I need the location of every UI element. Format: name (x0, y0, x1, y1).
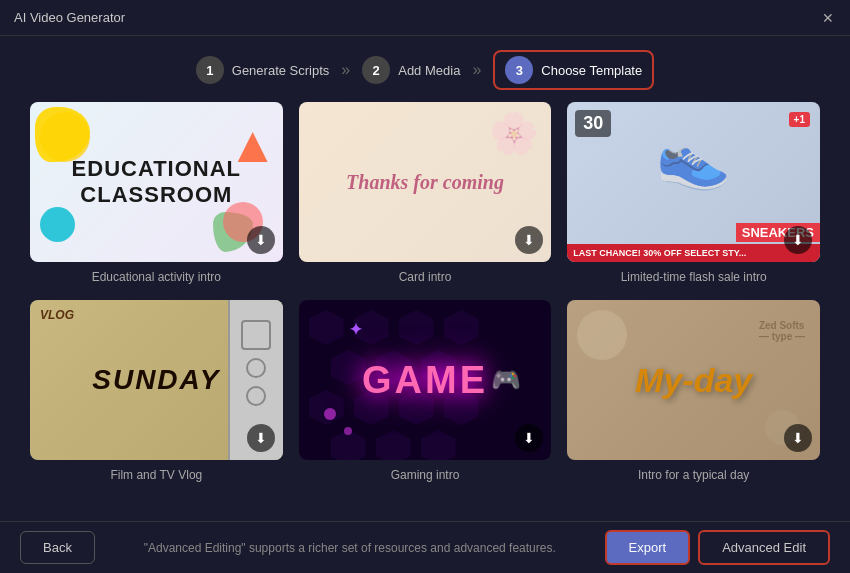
vlog-text: SUNDAY (92, 364, 220, 396)
template-thumb-myday[interactable]: Zed Softs— type — My-day ⬇ (567, 300, 820, 460)
step-1-circle: 1 (196, 56, 224, 84)
edu-blob-yellow (35, 107, 90, 162)
myday-detail: Zed Softs— type — (759, 320, 805, 342)
step-1: 1 Generate Scripts (196, 56, 330, 84)
template-thumb-vlog[interactable]: VLOG SUNDAY ⬇ (30, 300, 283, 460)
step-1-label: Generate Scripts (232, 63, 330, 78)
window-title: AI Video Generator (14, 10, 125, 25)
vlog-download-icon[interactable]: ⬇ (247, 424, 275, 452)
flash-sub: LAST CHANCE! 30% OFF SELECT STY... (567, 244, 820, 262)
template-thumb-gaming[interactable]: ✦ GAME 🎮 ⬇ (299, 300, 552, 460)
template-educational[interactable]: EDUCATIONAL CLASSROOM ⬇ Educational acti… (30, 102, 283, 284)
step-3-active-box: 3 Choose Template (493, 50, 654, 90)
template-vlog[interactable]: VLOG SUNDAY ⬇ Film and TV Vlog (30, 300, 283, 482)
purple-dot1 (324, 408, 336, 420)
template-myday[interactable]: Zed Softs— type — My-day ⬇ Intro for a t… (567, 300, 820, 482)
tv-knob2 (246, 386, 266, 406)
tv-screen (241, 320, 271, 350)
myday-text: My-day (635, 361, 752, 400)
myday-label: Intro for a typical day (638, 468, 749, 482)
sparkle: ✦ (349, 320, 362, 339)
steps-bar: 1 Generate Scripts » 2 Add Media » 3 Cho… (0, 36, 850, 102)
template-thumb-flash[interactable]: 30 👟 +1 SNEAKERS LAST CHANCE! 30% OFF SE… (567, 102, 820, 262)
step-3-circle: 3 (505, 56, 533, 84)
title-bar: AI Video Generator ✕ (0, 0, 850, 36)
edu-text: EDUCATIONAL CLASSROOM (30, 156, 283, 209)
myday-download-icon[interactable]: ⬇ (784, 424, 812, 452)
card-label: Card intro (399, 270, 452, 284)
step-arrow-2: » (472, 61, 481, 79)
advanced-edit-button[interactable]: Advanced Edit (698, 530, 830, 565)
plus-badge: +1 (789, 112, 810, 127)
right-buttons: Export Advanced Edit (605, 530, 830, 565)
template-thumb-card[interactable]: 🌸 Thanks for coming ⬇ (299, 102, 552, 262)
edu-label: Educational activity intro (92, 270, 221, 284)
flash-label: Limited-time flash sale intro (621, 270, 767, 284)
game-controller: 🎮 (491, 366, 521, 394)
templates-grid: EDUCATIONAL CLASSROOM ⬇ Educational acti… (0, 102, 850, 492)
bottom-bar: Back "Advanced Editing" supports a riche… (0, 521, 850, 573)
vlog-label: Film and TV Vlog (110, 468, 202, 482)
template-card[interactable]: 🌸 Thanks for coming ⬇ Card intro (299, 102, 552, 284)
edu-download-icon[interactable]: ⬇ (247, 226, 275, 254)
step-3-label: Choose Template (541, 63, 642, 78)
flash-download-icon[interactable]: ⬇ (784, 226, 812, 254)
edu-blob-green (213, 212, 253, 252)
template-thumb-educational[interactable]: EDUCATIONAL CLASSROOM ⬇ (30, 102, 283, 262)
export-button[interactable]: Export (605, 530, 691, 565)
vlog-badge: VLOG (40, 308, 74, 322)
template-flash[interactable]: 30 👟 +1 SNEAKERS LAST CHANCE! 30% OFF SE… (567, 102, 820, 284)
edu-blob-blue (40, 207, 75, 242)
template-gaming[interactable]: ✦ GAME 🎮 ⬇ Gaming intro (299, 300, 552, 482)
purple-dot2 (344, 427, 352, 435)
step-2-circle: 2 (362, 56, 390, 84)
step-arrow-1: » (341, 61, 350, 79)
close-button[interactable]: ✕ (820, 10, 836, 26)
tv-knob (246, 358, 266, 378)
step-2-label: Add Media (398, 63, 460, 78)
myday-circle1 (577, 310, 627, 360)
gaming-text: GAME (362, 359, 488, 402)
timer-badge: 30 (575, 110, 611, 137)
card-text: Thanks for coming (346, 167, 504, 197)
bottom-info: "Advanced Editing" supports a richer set… (95, 541, 605, 555)
back-button[interactable]: Back (20, 531, 95, 564)
step-2: 2 Add Media (362, 56, 460, 84)
gaming-label: Gaming intro (391, 468, 460, 482)
